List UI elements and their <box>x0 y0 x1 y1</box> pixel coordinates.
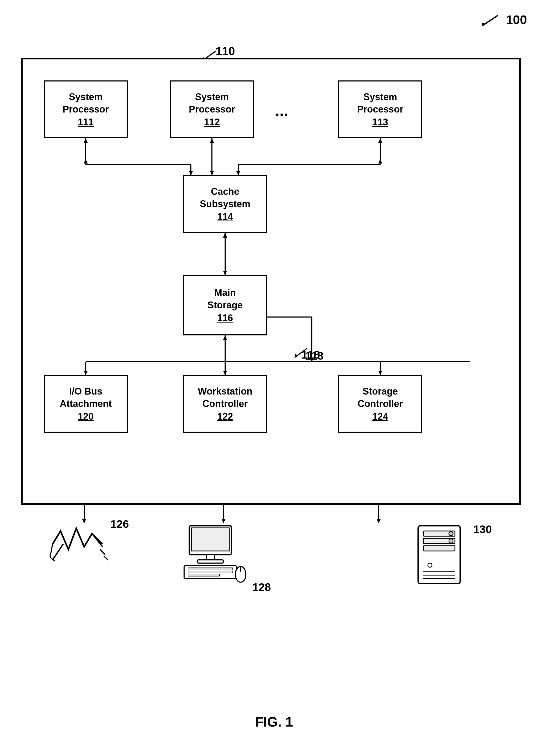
svg-marker-18 <box>378 159 382 164</box>
svg-marker-41 <box>377 519 381 523</box>
figure-caption: FIG. 1 <box>255 714 293 730</box>
cache-114-box: CacheSubsystem 114 <box>183 175 267 233</box>
svg-marker-11 <box>210 138 214 143</box>
svg-marker-21 <box>223 271 227 275</box>
proc-112-box: SystemProcessor 112 <box>170 80 254 138</box>
figure-number: 100 <box>506 13 527 27</box>
svg-rect-61 <box>423 546 455 551</box>
svg-marker-12 <box>210 171 214 175</box>
arrow-118 <box>292 346 310 359</box>
proc-112-num: 112 <box>204 117 220 128</box>
svg-marker-16 <box>378 138 382 143</box>
storage-116-num: 116 <box>217 313 233 324</box>
network-icon-126 <box>47 523 110 565</box>
svg-marker-17 <box>236 171 240 175</box>
svg-line-45 <box>100 549 105 555</box>
svg-point-64 <box>428 563 432 567</box>
svg-rect-55 <box>188 574 219 576</box>
svg-line-0 <box>482 15 498 26</box>
svg-marker-24 <box>223 371 227 375</box>
label-110: 110 <box>215 45 235 58</box>
ws-122-num: 122 <box>217 411 233 422</box>
proc-111-label: SystemProcessor <box>63 91 109 116</box>
server-icon-130 <box>410 523 471 586</box>
system-box: SystemProcessor 111 SystemProcessor 112 … <box>21 58 521 505</box>
proc-113-label: SystemProcessor <box>357 91 403 116</box>
cache-114-label: CacheSubsystem <box>200 186 250 210</box>
ws-122-label: WorkstationController <box>198 385 252 410</box>
label-130: 130 <box>473 523 492 536</box>
svg-rect-51 <box>197 560 223 563</box>
sc-124-label: StorageController <box>358 385 403 410</box>
proc-111-box: SystemProcessor 111 <box>44 80 128 138</box>
svg-rect-53 <box>188 568 233 570</box>
cache-114-num: 114 <box>217 211 233 222</box>
fig-100-label: 100 <box>506 13 527 27</box>
sc-124-box: StorageController 124 <box>338 375 422 433</box>
svg-rect-49 <box>191 528 229 551</box>
io-120-box: I/O BusAttachment 120 <box>44 375 128 433</box>
svg-marker-32 <box>378 371 382 375</box>
storage-116-box: MainStorage 116 <box>183 275 267 335</box>
svg-line-43 <box>92 534 102 547</box>
proc-113-box: SystemProcessor 113 <box>338 80 422 138</box>
svg-marker-29 <box>84 371 88 375</box>
svg-marker-20 <box>223 233 227 238</box>
svg-marker-23 <box>223 335 227 340</box>
ws-122-box: WorkstationController 122 <box>183 375 267 433</box>
io-120-num: 120 <box>78 411 94 422</box>
storage-116-label: MainStorage <box>207 287 243 311</box>
svg-line-47 <box>104 556 108 560</box>
svg-marker-7 <box>84 138 88 143</box>
svg-marker-37 <box>82 519 86 523</box>
sc-124-num: 124 <box>372 411 388 422</box>
computer-icon-128 <box>173 523 252 586</box>
svg-marker-39 <box>221 519 225 523</box>
svg-rect-50 <box>206 555 214 560</box>
proc-111-num: 111 <box>78 117 94 128</box>
io-120-label: I/O BusAttachment <box>60 385 112 410</box>
svg-marker-9 <box>84 159 88 164</box>
dots-separator: ... <box>275 101 288 120</box>
svg-marker-8 <box>189 171 193 175</box>
svg-line-42 <box>53 544 63 560</box>
label-126: 126 <box>110 518 129 530</box>
svg-line-44 <box>50 544 53 557</box>
proc-112-label: SystemProcessor <box>189 91 235 116</box>
svg-point-63 <box>449 539 453 543</box>
label-128: 128 <box>252 581 271 594</box>
svg-point-62 <box>449 532 453 536</box>
proc-113-num: 113 <box>372 117 388 128</box>
svg-rect-54 <box>188 571 233 573</box>
